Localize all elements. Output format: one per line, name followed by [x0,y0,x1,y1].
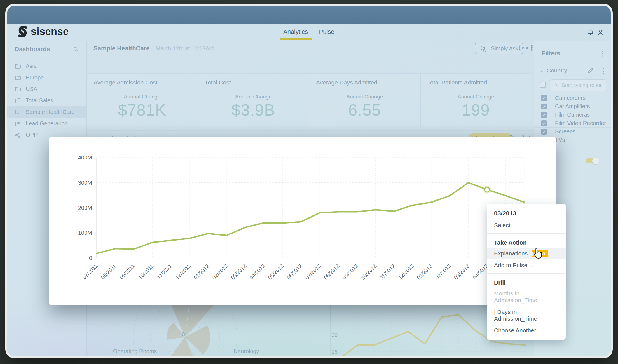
filter-item-car-amplifiers[interactable]: Car Amplifiers [534,102,611,111]
filter-item-film-video-recorder[interactable]: Film Video Recorder [534,119,611,128]
kpi-value: $781K [87,100,198,119]
filter-item-label: Camcorders [555,95,586,101]
new-badge: NEW [532,250,549,257]
sisense-logo-icon [17,26,29,37]
chevron-down-icon[interactable] [539,69,544,73]
checkbox-checked-icon[interactable] [541,120,547,126]
menu-item-months-in-admission-time: Months in Admission_Time [487,288,566,306]
svg-text:01/2013: 01/2013 [416,263,433,281]
dashboard-kebab-icon[interactable] [532,45,533,50]
sidebar-item-usa[interactable]: USA [7,83,86,95]
dashboard-title: Sample HealthCare [93,45,150,52]
svg-text:03/2013: 03/2013 [453,263,470,281]
checkbox-checked-icon[interactable] [541,95,547,101]
menu-item-choose-another[interactable]: Choose Another... [487,325,566,336]
kpi-subtitle: Annual Change [421,94,532,100]
menu-item-days-in-admission-time[interactable]: | Days in Admission_Time [487,306,566,325]
window-chrome-bar [7,6,611,24]
selected-data-point[interactable] [485,187,490,192]
sidebar-item-label: USA [26,86,37,92]
sidebar-item-sample-healthcare[interactable]: Sample HealthCare [7,106,86,118]
filters-header: Filters [534,41,611,62]
kpi-card-total-cost[interactable]: Total CostAnnual Change$3.9B [198,74,309,127]
filter-section-country[interactable]: Country [534,65,611,77]
filter-kebab-icon[interactable] [603,68,604,74]
polar-label-center: 0 [178,331,189,338]
checkbox-checked-icon[interactable] [541,129,547,135]
menu-item-label: Select [494,222,510,228]
filter-item-film-cameras[interactable]: Film Cameras [534,111,611,119]
sidebar-item-label: Lead Generarion [26,120,68,127]
filter-item-screens[interactable]: Screens [534,128,611,136]
pdf-export-icon[interactable]: PDF [519,45,532,51]
dashboard-share-icon [15,97,21,104]
select-all-checkbox[interactable] [540,82,546,88]
menu-item-label: Choose Another... [494,327,541,334]
main-chart-svg[interactable]: 0100M200M300M400M07/201108/201109/201110… [49,137,556,305]
filter-section-label[interactable]: Country [547,67,567,74]
kpi-value: 199 [421,100,532,119]
sidebar-items: AsiaEuropeUSATotal SalesSample HealthCar… [7,60,86,141]
menu-title: 03/2013 [487,206,566,219]
filter-item-label: Film Video Recorder [555,120,606,126]
tab-analytics[interactable]: Analytics [281,24,310,40]
filters-kebab-icon[interactable] [602,51,603,57]
menu-item-label: Explanations [494,250,528,257]
polar-label-right: Neurology [216,348,277,354]
dashboard-icon [15,120,21,127]
sisense-logo[interactable]: sisense [17,26,69,37]
svg-text:07/2012: 07/2012 [304,263,322,281]
menu-item-add-to-pulse[interactable]: Add to Pulse... [487,259,566,271]
kpi-card-average-days-admitted[interactable]: Average Days AdmittedAnnual Change6.55 [309,74,420,127]
svg-text:07/2011: 07/2011 [81,263,99,280]
filter-item-label: Film Cameras [555,112,590,118]
kpi-value: 6.55 [309,100,420,119]
title-separator [149,45,149,52]
kpi-card-average-admission-cost[interactable]: Average Admission CostAnnual Change$781K [87,74,198,127]
svg-text:11/2011: 11/2011 [156,263,173,280]
filter-toggle[interactable] [586,158,598,163]
menu-divider [487,233,566,234]
sidebar-item-total-sales[interactable]: Total Sales [7,95,86,106]
svg-text:01/2012: 01/2012 [193,263,210,281]
checkbox-checked-icon[interactable] [541,104,547,109]
kpi-title: Total Patients Admitted [427,79,525,86]
folder-icon [15,63,21,70]
menu-item-explanations[interactable]: ExplanationsNEW [487,248,566,259]
edit-pencil-icon[interactable] [587,67,594,74]
app-window: sisense Analytics Pulse Dashboards [7,6,611,356]
sidebar-item-asia[interactable]: Asia [7,60,86,72]
tab-pulse[interactable]: Pulse [317,24,336,40]
menu-section-drill: Drill [487,276,566,288]
kpi-subtitle: Annual Change [309,94,420,100]
filter-search-box[interactable] [550,79,606,91]
checkbox-checked-icon[interactable] [541,112,547,118]
menu-item-select[interactable]: Select [487,219,566,231]
bell-icon[interactable] [587,29,594,36]
dashboard-header: Sample HealthCare March 12th at 10:18AM … [87,41,534,55]
sidebar-item-europe[interactable]: Europe [7,72,86,83]
svg-text:08/2012: 08/2012 [323,263,340,281]
share-icon [15,132,21,138]
svg-text:0: 0 [89,255,92,261]
sidebar-item-label: Total Sales [26,97,53,104]
menu-divider [487,273,566,274]
sidebar-item-lead-generarion[interactable]: Lead Generarion [7,118,86,129]
simply-ask-button[interactable]: ? Simply Ask [475,43,523,54]
kpi-value: $3.9B [198,100,309,119]
sidebar-title: Dashboards [15,46,72,53]
top-nav: sisense Analytics Pulse [7,24,611,41]
kpi-title: Total Cost [205,79,302,86]
filter-item-label: Screens [555,128,575,135]
user-icon[interactable] [597,29,605,36]
filter-item-camcorders[interactable]: Camcorders [534,94,611,102]
search-icon[interactable] [72,46,79,53]
svg-text:05/2012: 05/2012 [267,263,285,281]
filters-title: Filters [542,50,560,57]
filters-divider [539,62,606,62]
filter-search-input[interactable] [561,82,603,89]
kpi-card-total-patients-admitted[interactable]: Total Patients AdmittedAnnual Change199 [420,74,532,127]
kpi-title: Average Admission Cost [93,79,191,86]
kpi-subtitle: Annual Change [87,94,198,100]
context-menu-list: 03/2013SelectTake ActionExplanationsNEWA… [487,206,566,336]
